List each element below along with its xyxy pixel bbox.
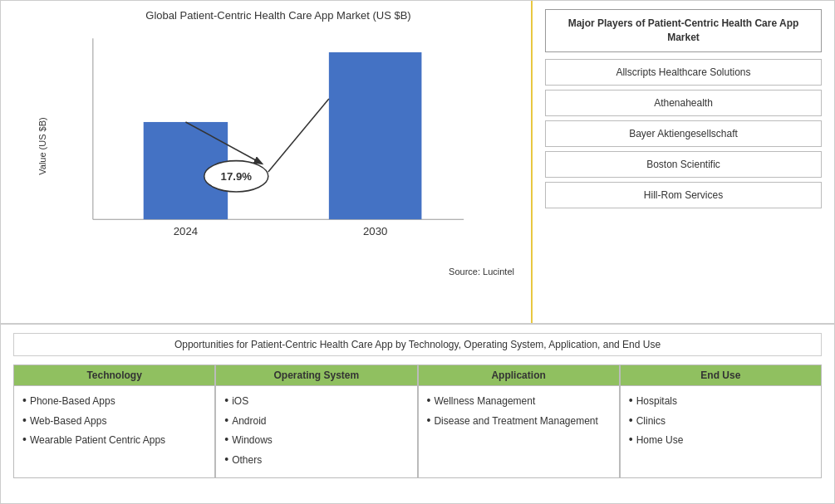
player-item: Allscripts Healthcare Solutions [545, 59, 822, 86]
chart-area: Global Patient-Centric Health Care App M… [1, 1, 533, 323]
column-header: Application [419, 365, 619, 386]
panel-title: Major Players of Patient-Centric Health … [545, 9, 822, 52]
list-item: •Clinics [629, 413, 813, 431]
column-header: Operating System [216, 365, 416, 386]
players-container: Allscripts Healthcare SolutionsAthenahea… [545, 59, 822, 208]
column: Application•Wellness Management•Disease … [418, 365, 620, 478]
item-text: Phone-Based Apps [30, 393, 115, 411]
bullet-dot: • [629, 413, 633, 429]
list-item: •iOS [224, 393, 408, 411]
columns-container: Technology•Phone-Based Apps•Web-Based Ap… [13, 365, 822, 478]
item-text: Disease and Treatment Management [434, 413, 597, 431]
list-item: •Wearable Patient Centric Apps [22, 432, 206, 450]
bullet-dot: • [427, 393, 431, 409]
item-text: Web-Based Apps [30, 413, 107, 431]
column-content: •Wellness Management•Disease and Treatme… [419, 386, 619, 438]
bullet-dot: • [224, 393, 228, 409]
list-item: •Hospitals [629, 393, 813, 411]
main-container: Global Patient-Centric Health Care App M… [0, 0, 835, 504]
column: End Use•Hospitals•Clinics•Home Use [620, 365, 822, 478]
column-header: End Use [621, 365, 821, 386]
bullet-dot: • [629, 393, 633, 409]
list-item: •Windows [224, 432, 408, 450]
list-item: •Android [224, 413, 408, 431]
bullet-dot: • [22, 393, 27, 409]
top-section: Global Patient-Centric Health Care App M… [1, 1, 834, 325]
y-axis-label: Value (US $B) [37, 117, 47, 175]
list-item: •Others [224, 452, 408, 470]
bullet-dot: • [629, 432, 633, 448]
bullet-dot: • [224, 413, 228, 429]
column-content: •iOS•Android•Windows•Others [216, 386, 416, 477]
svg-text:2030: 2030 [363, 225, 387, 237]
chart-inner: Value (US $B) [42, 30, 514, 262]
bullet-dot: • [224, 452, 228, 468]
item-text: Others [232, 452, 262, 470]
bullet-dot: • [22, 413, 27, 429]
bottom-title: Opportunities for Patient-Centric Health… [13, 333, 822, 356]
item-text: Clinics [636, 413, 666, 431]
item-text: iOS [232, 393, 248, 411]
list-item: •Wellness Management [427, 393, 611, 411]
column: Technology•Phone-Based Apps•Web-Based Ap… [13, 365, 215, 478]
chart-title: Global Patient-Centric Health Care App M… [42, 9, 514, 22]
bullet-dot: • [22, 432, 27, 448]
source-label: Source: Lucintel [42, 267, 514, 276]
item-text: Hospitals [636, 393, 677, 411]
svg-text:17.9%: 17.9% [221, 170, 253, 183]
item-text: Windows [232, 432, 273, 450]
bottom-section: Opportunities for Patient-Centric Health… [1, 325, 834, 503]
column-content: •Hospitals•Clinics•Home Use [621, 386, 821, 458]
player-item: Athenahealth [545, 90, 822, 116]
column-header: Technology [14, 365, 214, 386]
item-text: Android [232, 413, 266, 431]
item-text: Home Use [636, 432, 684, 450]
list-item: •Disease and Treatment Management [427, 413, 611, 431]
column: Operating System•iOS•Android•Windows•Oth… [215, 365, 417, 478]
svg-rect-3 [329, 52, 422, 219]
chart-svg: 17.9% 2024 2030 [42, 30, 514, 262]
item-text: Wellness Management [434, 393, 535, 411]
list-item: •Phone-Based Apps [22, 393, 206, 411]
column-content: •Phone-Based Apps•Web-Based Apps•Wearabl… [14, 386, 214, 458]
svg-line-7 [268, 99, 329, 172]
list-item: •Web-Based Apps [22, 413, 206, 431]
right-panel: Major Players of Patient-Centric Health … [533, 1, 834, 323]
player-item: Bayer Aktiengesellschaft [545, 120, 822, 147]
svg-text:2024: 2024 [174, 225, 199, 237]
player-item: Hill-Rom Services [545, 182, 822, 208]
item-text: Wearable Patient Centric Apps [30, 432, 165, 450]
bullet-dot: • [224, 432, 228, 448]
list-item: •Home Use [629, 432, 813, 450]
player-item: Boston Scientific [545, 151, 822, 178]
bullet-dot: • [427, 413, 431, 429]
